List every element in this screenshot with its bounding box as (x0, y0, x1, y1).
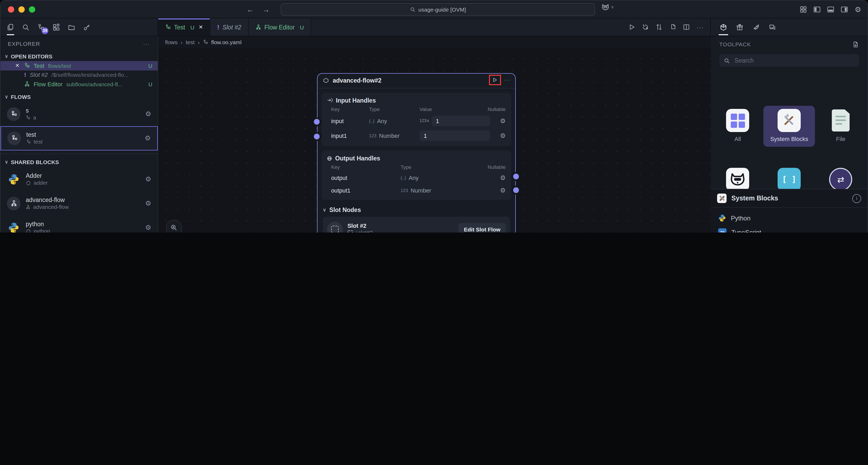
flow-card-test[interactable]: test test ⚙ (1, 126, 158, 150)
array-icon: [ ] (778, 168, 801, 191)
maximize-window-icon[interactable] (29, 6, 35, 12)
explorer-sidebar: EXPLORER ··· ∨ OPEN EDITORS ✕ Test flows… (1, 36, 158, 233)
value-input[interactable]: 1 (432, 116, 490, 126)
shared-block-advanced-flow[interactable]: advanced-flow advanced-flow ⚙ (1, 191, 158, 215)
tab-slot-2[interactable]: ! Slot #2 (210, 19, 249, 36)
category-system-blocks[interactable]: System Blocks (764, 106, 815, 147)
open-editor-flow-editor[interactable]: · Flow Editor subflows/advanced-fl... U (1, 80, 158, 89)
node-more-icon[interactable]: ··· (504, 77, 511, 83)
flow-icon (24, 63, 30, 69)
breadcrumb[interactable]: flows› test› flow.oo.yaml (158, 36, 711, 48)
close-window-icon[interactable] (8, 6, 14, 12)
gear-icon[interactable]: ⚙ (490, 117, 506, 125)
shared-blocks-header[interactable]: ∨ SHARED BLOCKS (1, 157, 158, 167)
annotation-run-node-highlight (489, 75, 501, 85)
info-icon[interactable]: i (852, 194, 861, 203)
output-handle-dot[interactable] (513, 187, 519, 193)
subflow-avatar (7, 197, 21, 210)
assistant-button[interactable]: ∨ (601, 4, 614, 10)
gear-icon[interactable]: ⚙ (145, 224, 151, 231)
chat-icon[interactable] (769, 23, 776, 31)
flow-canvas[interactable]: advanced-flow#2 ··· (158, 48, 711, 233)
minimize-window-icon[interactable] (19, 6, 25, 12)
toolpack-search-input[interactable] (734, 57, 854, 64)
forward-icon[interactable]: → (262, 5, 270, 13)
gear-icon[interactable]: ⚙ (145, 134, 151, 142)
tab-flow-editor[interactable]: Flow Editor U (249, 19, 311, 36)
block-python[interactable]: Python (711, 211, 867, 225)
rocket-icon[interactable] (752, 23, 760, 31)
flows-header[interactable]: ∨ FLOWS (1, 92, 158, 102)
toggle-right-sidebar-icon[interactable] (841, 5, 848, 13)
tab-modified-badge: U (190, 24, 194, 30)
tab-modified-badge: U (300, 24, 304, 30)
warning-bang-icon: ! (24, 72, 26, 78)
flow-avatar (7, 107, 21, 121)
input-handle-dot[interactable] (314, 119, 320, 125)
block-icon (323, 78, 329, 84)
layout-grid-icon[interactable] (800, 5, 807, 13)
output-handle-dot[interactable] (513, 174, 519, 179)
split-editor-icon[interactable] (683, 24, 690, 30)
chevron-down-icon[interactable]: ∨ (323, 207, 326, 212)
run-node-icon[interactable] (492, 77, 498, 83)
transform-icon: ⇄ (829, 168, 852, 191)
close-tab-icon[interactable]: ✕ (198, 24, 203, 30)
flow-card-s[interactable]: s a ⚙ (1, 102, 158, 126)
gear-icon[interactable]: ⚙ (490, 132, 506, 139)
macos-traffic-lights[interactable] (8, 6, 35, 12)
flows-activity-icon[interactable]: 39 (37, 23, 45, 31)
folder-activity-icon[interactable] (68, 23, 75, 31)
toolpack-sidebar: TOOLPACK All (711, 36, 867, 233)
tab-label: Slot #2 (222, 24, 241, 30)
back-icon[interactable]: ← (247, 5, 254, 13)
open-editor-test[interactable]: ✕ Test flows/test U (1, 61, 158, 70)
category-all[interactable]: All (712, 109, 764, 143)
explorer-more-icon[interactable]: ··· (143, 40, 150, 47)
python-icon (718, 214, 726, 222)
value-type-chip[interactable]: 123∨ (420, 119, 430, 123)
shared-block-adder[interactable]: Adder adder ⚙ (1, 167, 158, 191)
copy-file-icon[interactable] (669, 24, 676, 30)
open-editors-header[interactable]: ∨ OPEN EDITORS (1, 51, 158, 61)
all-blocks-icon (726, 109, 749, 132)
open-editor-slot-2[interactable]: · ! Slot #2 /$/self/flows/test/advanced-… (1, 70, 158, 80)
edit-slot-flow-button[interactable]: Edit Slot Flow (459, 223, 506, 233)
gear-icon[interactable]: ⚙ (145, 199, 151, 207)
compare-icon[interactable] (656, 24, 662, 30)
value-input[interactable]: 1 (420, 130, 490, 141)
blocks-activity-icon[interactable] (53, 23, 60, 31)
gear-icon[interactable]: ⚙ (490, 187, 506, 194)
explorer-activity-icon[interactable] (7, 23, 14, 31)
run-flow-icon[interactable] (628, 24, 635, 30)
shared-block-python[interactable]: python python ⚙ (1, 215, 158, 233)
app-window: ← → usage-guide [OVM] ∨ (0, 0, 868, 233)
slot-card[interactable]: Slot #2 +slot#2 Edit Slot Flow (323, 217, 510, 233)
secrets-key-icon[interactable] (83, 23, 90, 31)
command-center[interactable]: usage-guide [OVM] (281, 3, 595, 16)
node-advanced-flow-2[interactable]: advanced-flow#2 ··· (317, 73, 516, 233)
rerun-icon[interactable] (642, 24, 649, 30)
input-handle-dot[interactable] (314, 134, 320, 139)
chevron-down-icon: ∨ (5, 53, 8, 59)
category-file[interactable]: File (815, 109, 866, 143)
toolpack-search-box (719, 54, 859, 67)
search-activity-icon[interactable] (22, 23, 29, 31)
toolpack-cube-icon[interactable] (720, 23, 727, 31)
gear-icon[interactable]: ⚙ (145, 175, 151, 183)
flows-badge: 39 (41, 27, 49, 34)
zoom-in-icon[interactable] (170, 224, 178, 231)
block-typescript[interactable]: TS TypeScript (711, 225, 867, 233)
gear-icon[interactable]: ⚙ (490, 174, 506, 181)
gear-icon[interactable]: ⚙ (145, 110, 151, 118)
tab-test[interactable]: Test U ✕ (158, 19, 210, 36)
subflow-icon (255, 24, 261, 30)
gift-icon[interactable] (736, 23, 743, 31)
chevron-down-icon: ∨ (611, 5, 614, 9)
toggle-left-sidebar-icon[interactable] (814, 5, 821, 13)
toggle-panel-icon[interactable] (827, 5, 835, 13)
more-actions-icon[interactable]: ··· (696, 24, 704, 30)
settings-gear-icon[interactable]: ⚙ (855, 5, 861, 13)
close-icon[interactable]: ✕ (14, 63, 21, 69)
new-toolpack-icon[interactable] (852, 41, 859, 48)
